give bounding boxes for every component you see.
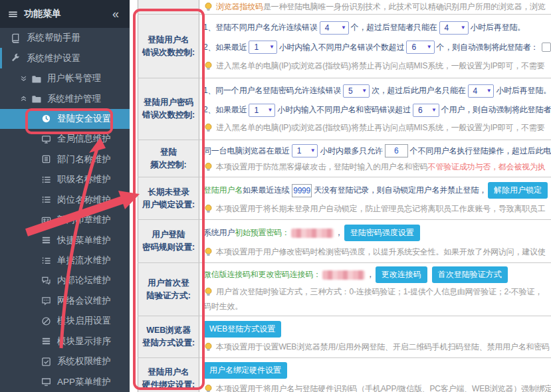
- select-username-lock-hours[interactable]: 4▼: [439, 21, 469, 35]
- sidebar-item-dept-names[interactable]: 部门名称维护: [0, 149, 130, 169]
- text: 个，超过后登陆者只能在: [351, 22, 437, 33]
- sidebar-item-login-security[interactable]: 登陆安全设置: [0, 109, 130, 129]
- tip-text: 本项设置用于用户修改密码时检测密码强度，以提升系统安全性。如果开放了外网访问，建…: [216, 246, 546, 258]
- text: ，: [366, 269, 374, 280]
- row-password-error-control: 登陆用户密码 错误次数控制: 1、同一个用户名登陆密码允许连续错误 5▼ 次，超…: [138, 78, 551, 140]
- select-frequency-hours[interactable]: 1▼: [292, 144, 318, 157]
- settings-panel: 浏览器指纹码 是一种登陆电脑唯一身份识别技术，此技术可以精确识别用户所用的浏览器…: [130, 0, 551, 392]
- text: 个不同用户名执行登陆操作，超过后此电: [410, 146, 551, 157]
- text: 个，则自动强制将此登陆者：: [437, 42, 538, 53]
- bars-icon: [41, 336, 51, 346]
- sidebar-item-label: 职级名称维护: [57, 173, 111, 185]
- lightbulb-icon: [203, 2, 213, 12]
- sidebar-item-rank-names[interactable]: 职级名称维护: [0, 169, 130, 189]
- sidebar-item-post-names[interactable]: 岗位名称维护: [0, 190, 130, 210]
- tip-text: 用户首次登陆时验证方式，三种方式：0-连接码验证；1-提供个人信息由网管验证；2…: [216, 286, 542, 298]
- chevron-down-icon: ▼: [427, 45, 432, 50]
- sidebar-item-label: 岗位名称维护: [57, 194, 111, 206]
- select-username-error-threshold[interactable]: 6▼: [406, 41, 434, 54]
- row-login-frequency-control: 登陆 频次控制: 同一台电脑浏览器在最近 1▼ 小时内最多只允许 6 个不同用户…: [138, 140, 551, 177]
- text: 小时后再登陆。: [471, 22, 526, 33]
- row-label: WEB浏览器 登陆方式设置:: [138, 316, 199, 357]
- login-security-table: 浏览器指纹码 是一种登陆电脑唯一身份识别技术，此技术可以精确识别用户所用的浏览器…: [138, 0, 551, 392]
- sidebar-item-module-enable[interactable]: 模块启用设置: [0, 311, 130, 331]
- tip-text: 本项设置用于防范黑客爆破攻击，登陆时输入的用户名和密码: [216, 161, 428, 173]
- book-icon: [11, 33, 21, 43]
- sidebar-item-help-manual[interactable]: 系统帮助手册: [0, 28, 130, 48]
- chevron-down-icon: ▼: [461, 25, 466, 31]
- desktop-icon: [41, 377, 51, 387]
- tip-text: 本项设置用于设置WEB浏览器禁用/启用外网登陆、开启二维码手机扫码登陆、禁用用户…: [216, 342, 550, 353]
- sidebar-item-user-account-mgmt[interactable]: 用户帐号管理: [0, 68, 130, 88]
- redacted-password: [291, 229, 334, 238]
- tip-text-continued: 码时生效。: [203, 301, 243, 312]
- sidebar-item-maintenance-mgmt[interactable]: 系统维护管理: [0, 88, 130, 108]
- row-hardware-binding: 登陆用户名 硬件绑定设置: 用户名绑定硬件设置 本项设置用于将用户名与登陆硬件识…: [138, 358, 551, 392]
- row-label: [138, 0, 199, 14]
- chevron-down-icon: ▼: [310, 148, 316, 153]
- sidebar-item-global-info[interactable]: 全局信息维护: [0, 129, 130, 149]
- text: 小时后再登陆。: [496, 85, 551, 96]
- inactive-days-input[interactable]: 9999: [292, 184, 312, 197]
- sidebar-item-doc-serial[interactable]: 单据流水维护: [0, 250, 130, 270]
- text: 1、登陆不同用户名允许连续错误: [203, 22, 318, 33]
- sidebar-item-quick-menu[interactable]: 快捷菜单维护: [0, 230, 130, 250]
- bind-hardware-button[interactable]: 用户名绑定硬件设置: [203, 362, 287, 379]
- row-label: 长期未登录 用户锁定设置:: [138, 177, 199, 219]
- web-login-settings-button[interactable]: WEB登陆方式设置: [203, 321, 281, 338]
- sidebar-header: 功能菜单 «: [0, 0, 130, 28]
- tip-text: 本项设置用于将用户名与登陆硬件识别码（手机APP/微信版、PC客户端、WEB浏览…: [216, 383, 551, 392]
- folder-icon: [31, 74, 41, 84]
- sidebar-item-label: 系统维护设置: [27, 52, 80, 64]
- select-recent-hours[interactable]: 1▼: [249, 41, 276, 54]
- chevron-down-icon: ▼: [362, 88, 367, 94]
- sidebar-item-net-meeting[interactable]: 网络会议维护: [0, 291, 130, 311]
- row-first-login-verification: 用户首次登 陆验证方式: 微信版连接码和更改密码连接码： ， 更改连接码 首次登…: [138, 263, 551, 316]
- select-pwd-recent-hours[interactable]: 1▼: [249, 104, 275, 117]
- wechat-connect-code-link[interactable]: 微信版连接码和更改密码连接码：: [203, 269, 321, 280]
- tip-text: 进入黑名单的电脑(IP)或浏览器(指纹码)将禁止再访问点晴MIS系统，一般设置为…: [216, 122, 544, 134]
- frequency-user-limit-input[interactable]: 6: [385, 144, 408, 157]
- collapse-sidebar-icon[interactable]: «: [110, 7, 122, 21]
- username-link[interactable]: 登陆用户名: [203, 185, 243, 196]
- row-password-rule-settings: 用户登陆 密码规则设置: 系统用户 初始预置密码： ， 登陆密码强度设置 本项设…: [138, 220, 551, 263]
- select-password-error-count[interactable]: 5▼: [343, 84, 370, 98]
- sidebar-item-maintenance-settings[interactable]: 系统维护设置: [0, 48, 130, 68]
- lightbulb-icon: [203, 61, 213, 71]
- sidebar-item-dept-seals[interactable]: 部门印章维护: [0, 210, 130, 230]
- sidebar-item-label: 模块启用设置: [57, 315, 111, 327]
- sidebar-item-label: 单据流水维护: [57, 254, 111, 266]
- select-pwd-error-threshold[interactable]: 6▼: [413, 104, 439, 117]
- change-connect-code-button[interactable]: 更改连接码: [376, 266, 427, 283]
- sidebar-item-label: 部门印章维护: [57, 214, 111, 226]
- select-username-error-count[interactable]: 4▼: [320, 21, 349, 35]
- sidebar-item-label: 登陆安全设置: [57, 113, 111, 125]
- row-label: 登陆用户名 硬件绑定设置:: [138, 358, 199, 392]
- sidebar-item-app-menu[interactable]: APP菜单维护: [0, 371, 130, 391]
- password-strength-button[interactable]: 登陆密码强度设置: [344, 225, 420, 241]
- sidebar-item-forum[interactable]: 内部论坛维护: [0, 270, 130, 290]
- lightbulb-icon: [203, 287, 213, 297]
- text: 小时内输入不同用户名和密码错误超过: [277, 104, 411, 116]
- text: 系统用户: [203, 227, 235, 239]
- first-login-verify-button[interactable]: 首次登陆验证方式: [432, 266, 508, 283]
- force-blacklist-checkbox[interactable]: [542, 43, 551, 52]
- comments-icon: [41, 276, 51, 286]
- text: 如果最近连续: [243, 185, 290, 196]
- sidebar-item-label: 用户帐号管理: [47, 72, 101, 84]
- comment-dots-icon: [41, 296, 51, 306]
- fingerprint-keyword: 浏览器指纹码: [216, 1, 263, 13]
- row-web-login-method: WEB浏览器 登陆方式设置: WEB登陆方式设置 本项设置用于设置WEB浏览器禁…: [138, 316, 551, 358]
- row-label: 登陆用户名 错误次数控制:: [138, 15, 199, 78]
- preset-password-link[interactable]: 初始预置密码：: [235, 227, 290, 239]
- sidebar-item-permissions[interactable]: 系统权限维护: [0, 351, 130, 371]
- menu-icon: [8, 9, 18, 19]
- unlock-user-button[interactable]: 解除用户锁定: [488, 182, 548, 199]
- text: 小时内最多只允许: [320, 146, 382, 157]
- text: 天没有登陆记录，则自动锁定用户名并禁止登陆，: [314, 185, 487, 196]
- sidebar-item-module-sort[interactable]: 模块显示排序: [0, 332, 130, 351]
- row-label: 用户登陆 密码规则设置:: [138, 220, 199, 262]
- list-icon: [41, 175, 51, 185]
- row-inactive-user-lock: 长期未登录 用户锁定设置: 登陆用户名 如果最近连续 9999 天没有登陆记录，…: [138, 177, 551, 220]
- select-password-lock-hours[interactable]: 4▼: [468, 84, 495, 98]
